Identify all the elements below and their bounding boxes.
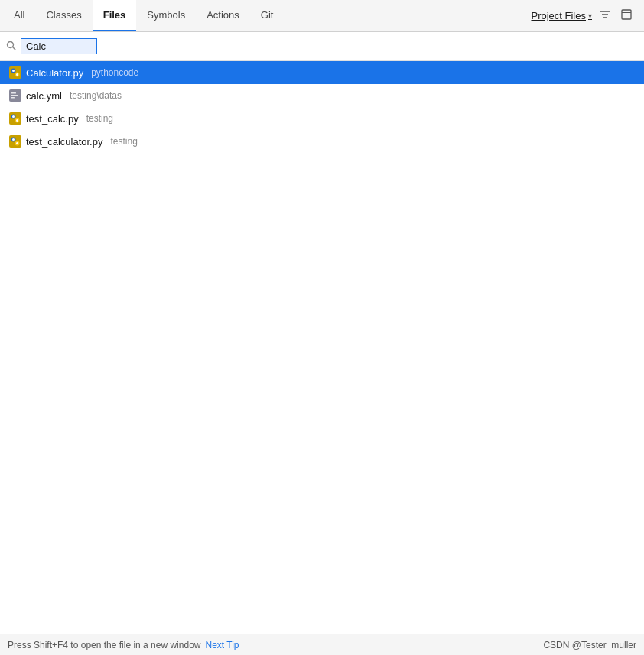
file-name: Calculator.py xyxy=(26,67,83,79)
next-tip-link[interactable]: Next Tip xyxy=(205,640,239,650)
file-name: calc.yml xyxy=(26,90,62,102)
window-icon[interactable] xyxy=(618,8,635,24)
svg-point-9 xyxy=(12,70,15,72)
tab-files[interactable]: Files xyxy=(93,0,137,31)
svg-point-18 xyxy=(12,115,15,118)
svg-rect-16 xyxy=(9,112,21,125)
tab-actions[interactable]: Actions xyxy=(196,0,250,31)
yaml-file-icon xyxy=(9,89,21,102)
tab-git[interactable]: Git xyxy=(250,0,285,31)
python-file-icon xyxy=(9,112,21,125)
svg-rect-14 xyxy=(11,95,18,96)
hint-text: Press Shift+F4 to open the file in a new… xyxy=(8,640,200,650)
file-location: pythoncode xyxy=(91,67,138,78)
svg-rect-7 xyxy=(9,66,21,79)
file-location: testing\datas xyxy=(70,90,122,101)
python-file-icon xyxy=(9,66,21,79)
tabs-container: All Classes Files Symbols Actions Git xyxy=(3,0,284,31)
file-list: Calculator.py pythoncode calc.yml testin… xyxy=(0,61,644,634)
svg-point-5 xyxy=(8,41,14,47)
filter-icon[interactable] xyxy=(597,8,613,24)
svg-rect-13 xyxy=(11,92,16,94)
tab-all[interactable]: All xyxy=(3,0,35,31)
file-location: testing xyxy=(86,113,113,124)
search-icon xyxy=(6,41,16,53)
svg-rect-15 xyxy=(11,97,15,99)
svg-rect-21 xyxy=(9,135,21,148)
tab-right-controls: Project Files ▾ xyxy=(531,8,641,24)
tab-bar: All Classes Files Symbols Actions Git Pr… xyxy=(0,0,644,32)
list-item[interactable]: Calculator.py pythoncode xyxy=(0,61,644,84)
list-item[interactable]: test_calc.py testing xyxy=(0,107,644,130)
svg-point-25 xyxy=(16,142,18,144)
svg-rect-3 xyxy=(622,10,631,19)
file-name: test_calculator.py xyxy=(26,136,102,148)
file-location: testing xyxy=(110,136,137,147)
status-bar: Press Shift+F4 to open the file in a new… xyxy=(0,634,644,655)
file-name: test_calc.py xyxy=(26,113,79,125)
svg-point-23 xyxy=(12,138,15,141)
project-files-button[interactable]: Project Files ▾ xyxy=(531,10,592,21)
tab-symbols[interactable]: Symbols xyxy=(136,0,196,31)
tab-classes[interactable]: Classes xyxy=(35,0,92,31)
list-item[interactable]: test_calculator.py testing xyxy=(0,130,644,153)
svg-point-11 xyxy=(16,73,18,76)
svg-line-6 xyxy=(13,47,15,49)
python-file-icon xyxy=(9,135,21,148)
chevron-down-icon: ▾ xyxy=(588,11,592,20)
search-bar xyxy=(0,32,644,61)
list-item[interactable]: calc.yml testing\datas xyxy=(0,84,644,107)
status-hint: Press Shift+F4 to open the file in a new… xyxy=(8,640,239,650)
svg-point-20 xyxy=(16,119,18,122)
watermark: CSDN @Tester_muller xyxy=(543,640,636,650)
search-input[interactable] xyxy=(21,38,97,54)
